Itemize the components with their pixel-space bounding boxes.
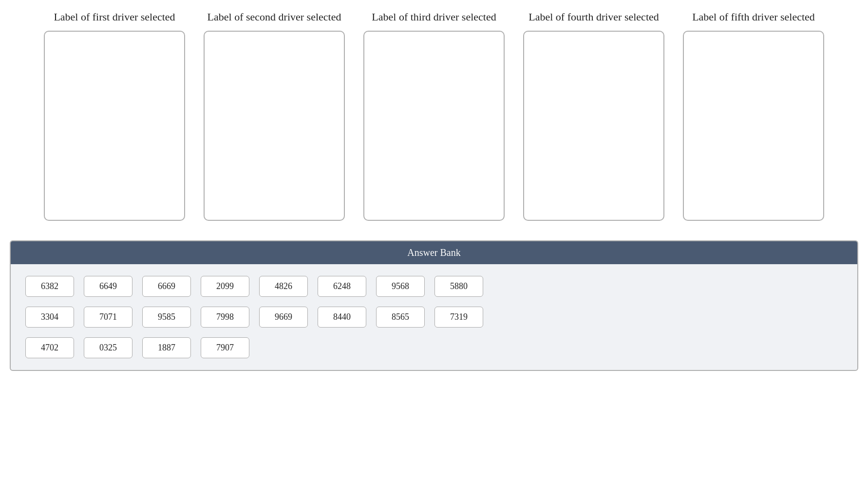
driver-label-first: Label of first driver selected bbox=[54, 10, 175, 25]
answer-bank-header: Answer Bank bbox=[11, 241, 857, 264]
answer-item[interactable]: 6669 bbox=[142, 276, 191, 297]
answer-item[interactable]: 8440 bbox=[318, 307, 366, 328]
answer-item[interactable]: 7071 bbox=[84, 307, 132, 328]
answer-item[interactable]: 1887 bbox=[142, 337, 191, 358]
answer-item[interactable]: 5880 bbox=[434, 276, 483, 297]
answer-item[interactable]: 7998 bbox=[201, 307, 249, 328]
answer-item[interactable]: 7319 bbox=[434, 307, 483, 328]
answer-item[interactable]: 6649 bbox=[84, 276, 132, 297]
answer-item[interactable]: 9568 bbox=[376, 276, 425, 297]
answer-bank-body: 6382664966692099482662489568588033047071… bbox=[11, 264, 857, 370]
answer-bank-section: Answer Bank 6382664966692099482662489568… bbox=[10, 240, 858, 371]
answer-item[interactable]: 6248 bbox=[318, 276, 366, 297]
driver-box-fourth[interactable] bbox=[523, 31, 664, 221]
driver-box-second[interactable] bbox=[204, 31, 345, 221]
drivers-section: Label of first driver selectedLabel of s… bbox=[0, 0, 868, 235]
answer-item[interactable]: 2099 bbox=[201, 276, 249, 297]
driver-column-first: Label of first driver selected bbox=[41, 10, 188, 221]
driver-label-fourth: Label of fourth driver selected bbox=[528, 10, 659, 25]
driver-column-second: Label of second driver selected bbox=[201, 10, 347, 221]
answer-item[interactable]: 9585 bbox=[142, 307, 191, 328]
answer-row-2: 4702032518877907 bbox=[25, 337, 843, 358]
driver-box-fifth[interactable] bbox=[683, 31, 824, 221]
driver-column-fifth: Label of fifth driver selected bbox=[680, 10, 827, 221]
answer-item[interactable]: 7907 bbox=[201, 337, 249, 358]
driver-column-third: Label of third driver selected bbox=[361, 10, 507, 221]
answer-row-1: 33047071958579989669844085657319 bbox=[25, 307, 843, 328]
driver-box-third[interactable] bbox=[363, 31, 505, 221]
answer-item[interactable]: 9669 bbox=[259, 307, 308, 328]
driver-column-fourth: Label of fourth driver selected bbox=[521, 10, 667, 221]
driver-label-fifth: Label of fifth driver selected bbox=[692, 10, 815, 25]
answer-item[interactable]: 0325 bbox=[84, 337, 132, 358]
answer-item[interactable]: 3304 bbox=[25, 307, 74, 328]
answer-item[interactable]: 6382 bbox=[25, 276, 74, 297]
driver-label-third: Label of third driver selected bbox=[372, 10, 496, 25]
answer-item[interactable]: 4702 bbox=[25, 337, 74, 358]
answer-item[interactable]: 4826 bbox=[259, 276, 308, 297]
answer-item[interactable]: 8565 bbox=[376, 307, 425, 328]
driver-box-first[interactable] bbox=[44, 31, 185, 221]
driver-label-second: Label of second driver selected bbox=[208, 10, 341, 25]
answer-row-0: 63826649666920994826624895685880 bbox=[25, 276, 843, 297]
